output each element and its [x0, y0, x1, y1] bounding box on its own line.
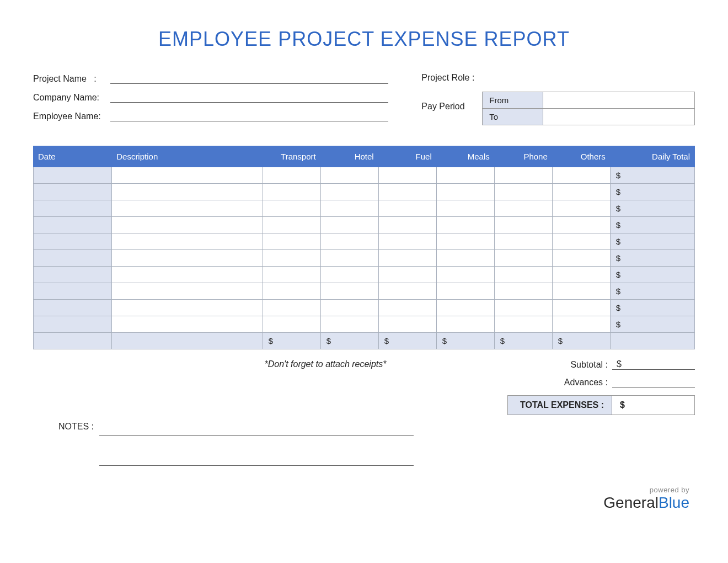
cell-meals[interactable] [436, 184, 494, 200]
cell-meals[interactable] [436, 167, 494, 184]
cell-meals[interactable] [436, 250, 494, 267]
cell-date[interactable] [34, 267, 112, 283]
cell-date[interactable] [34, 200, 112, 217]
project-role-row: Project Role : [421, 73, 695, 83]
cell-others[interactable] [552, 184, 610, 200]
col-daily-total: Daily Total [610, 146, 694, 167]
table-row: $ [34, 267, 695, 283]
cell-transport[interactable] [263, 250, 320, 267]
cell-hotel[interactable] [320, 233, 378, 250]
cell-date[interactable] [34, 283, 112, 300]
cell-date[interactable] [34, 250, 112, 267]
cell-transport[interactable] [263, 300, 320, 316]
cell-transport[interactable] [263, 283, 320, 300]
cell-description[interactable] [112, 283, 263, 300]
cell-phone[interactable] [494, 250, 552, 267]
project-name-input[interactable] [110, 73, 388, 84]
advances-value[interactable] [612, 387, 695, 387]
cell-meals[interactable] [436, 233, 494, 250]
cell-hotel[interactable] [320, 250, 378, 267]
from-input[interactable] [543, 92, 695, 109]
company-name-input[interactable] [110, 92, 388, 103]
cell-date[interactable] [34, 167, 112, 184]
notes-line-2[interactable] [99, 450, 414, 466]
cell-hotel[interactable] [320, 217, 378, 233]
cell-description[interactable] [112, 167, 263, 184]
cell-others[interactable] [552, 316, 610, 333]
cell-description[interactable] [112, 233, 263, 250]
cell-phone[interactable] [494, 167, 552, 184]
cell-others[interactable] [552, 233, 610, 250]
cell-others[interactable] [552, 167, 610, 184]
cell-transport[interactable] [263, 233, 320, 250]
cell-daily-total: $ [610, 267, 694, 283]
cell-phone[interactable] [494, 184, 552, 200]
cell-fuel[interactable] [378, 267, 436, 283]
cell-description[interactable] [112, 200, 263, 217]
cell-transport[interactable] [263, 217, 320, 233]
cell-date[interactable] [34, 300, 112, 316]
cell-hotel[interactable] [320, 167, 378, 184]
to-input[interactable] [543, 109, 695, 125]
total-phone: $ [494, 333, 552, 349]
cell-meals[interactable] [436, 200, 494, 217]
cell-hotel[interactable] [320, 267, 378, 283]
cell-date[interactable] [34, 233, 112, 250]
cell-description[interactable] [112, 217, 263, 233]
cell-description[interactable] [112, 267, 263, 283]
cell-phone[interactable] [494, 300, 552, 316]
employee-name-input[interactable] [110, 110, 388, 121]
cell-fuel[interactable] [378, 217, 436, 233]
subtotal-value[interactable]: $ [612, 359, 695, 370]
cell-meals[interactable] [436, 316, 494, 333]
cell-transport[interactable] [263, 184, 320, 200]
cell-daily-total: $ [610, 283, 694, 300]
cell-description[interactable] [112, 184, 263, 200]
cell-hotel[interactable] [320, 300, 378, 316]
cell-phone[interactable] [494, 233, 552, 250]
cell-fuel[interactable] [378, 300, 436, 316]
cell-fuel[interactable] [378, 233, 436, 250]
cell-phone[interactable] [494, 217, 552, 233]
cell-fuel[interactable] [378, 167, 436, 184]
cell-meals[interactable] [436, 300, 494, 316]
table-row: $ [34, 300, 695, 316]
cell-others[interactable] [552, 283, 610, 300]
cell-meals[interactable] [436, 267, 494, 283]
cell-fuel[interactable] [378, 184, 436, 200]
cell-others[interactable] [552, 300, 610, 316]
cell-meals[interactable] [436, 217, 494, 233]
cell-transport[interactable] [263, 267, 320, 283]
cell-others[interactable] [552, 217, 610, 233]
cell-transport[interactable] [263, 316, 320, 333]
cell-phone[interactable] [494, 316, 552, 333]
cell-others[interactable] [552, 267, 610, 283]
cell-date[interactable] [34, 217, 112, 233]
cell-transport[interactable] [263, 167, 320, 184]
cell-hotel[interactable] [320, 184, 378, 200]
cell-fuel[interactable] [378, 200, 436, 217]
cell-daily-total: $ [610, 233, 694, 250]
cell-phone[interactable] [494, 267, 552, 283]
cell-date[interactable] [34, 316, 112, 333]
cell-meals[interactable] [436, 283, 494, 300]
cell-hotel[interactable] [320, 200, 378, 217]
cell-fuel[interactable] [378, 316, 436, 333]
cell-transport[interactable] [263, 200, 320, 217]
cell-fuel[interactable] [378, 283, 436, 300]
cell-hotel[interactable] [320, 316, 378, 333]
cell-others[interactable] [552, 200, 610, 217]
cell-description[interactable] [112, 300, 263, 316]
cell-date[interactable] [34, 184, 112, 200]
cell-description[interactable] [112, 316, 263, 333]
table-row: $ [34, 217, 695, 233]
cell-fuel[interactable] [378, 250, 436, 267]
notes-line-1[interactable] [99, 421, 414, 436]
cell-phone[interactable] [494, 200, 552, 217]
cell-hotel[interactable] [320, 283, 378, 300]
table-row: $ [34, 200, 695, 217]
cell-phone[interactable] [494, 283, 552, 300]
cell-others[interactable] [552, 250, 610, 267]
total-meals: $ [436, 333, 494, 349]
cell-description[interactable] [112, 250, 263, 267]
